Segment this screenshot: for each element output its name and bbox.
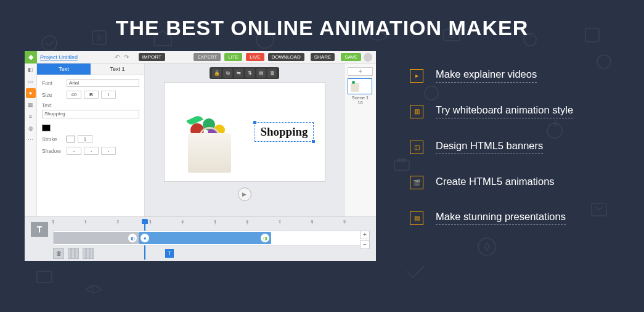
app-topbar: ◆ Project Untitled ↶ ↷ IMPORT EXPERT LIT…	[25, 51, 376, 64]
tool-rail: ◧ ▭ ● ▦ ≡ ◍ ⋯	[25, 64, 37, 216]
clip-1[interactable]: ◐	[54, 232, 139, 244]
obj-delete-icon[interactable]: 🗑	[53, 248, 64, 259]
font-select[interactable]: Arial	[67, 79, 139, 87]
banner-icon: ◫	[410, 141, 423, 154]
tick-label: 4	[181, 220, 184, 224]
canvas[interactable]: Shopping	[165, 83, 325, 181]
save-button[interactable]: SAVE	[341, 53, 361, 61]
ct-copy-icon[interactable]: ⧉	[223, 68, 232, 78]
mode-lite[interactable]: LITE	[224, 53, 242, 61]
tick-label: 2	[116, 220, 119, 224]
ct-lock-icon[interactable]: 🔒	[212, 68, 221, 78]
rail-tool-4[interactable]: ≡	[26, 112, 36, 121]
presentation-icon: ▤	[410, 211, 423, 225]
user-avatar[interactable]	[364, 53, 372, 62]
bold-toggle[interactable]: B	[84, 91, 99, 99]
ct-layer-icon[interactable]: ▤	[256, 68, 266, 78]
rail-tool-active[interactable]: ●	[26, 88, 36, 98]
feature-row: 🎬Create HTML5 animations	[410, 176, 619, 189]
keyframe-in-icon[interactable]: ●	[141, 234, 149, 242]
tick-label: 0	[52, 220, 54, 224]
whiteboard-icon: ▥	[410, 105, 423, 118]
stroke-width[interactable]: 1	[78, 135, 92, 143]
feature-row: ▸Make explainer videos	[410, 68, 619, 83]
scenes-panel: + Scene 110	[344, 64, 376, 216]
tab-text[interactable]: Text	[37, 64, 91, 75]
shadow-label: Shadow	[42, 148, 64, 154]
keyframe-icon[interactable]: ◐	[128, 234, 137, 242]
zoom-out-button[interactable]: −	[360, 240, 370, 249]
tick-label: 9	[343, 220, 346, 224]
playhead[interactable]	[142, 219, 148, 229]
feature-row: ▥Try whiteboard animation style	[410, 104, 619, 118]
rail-tool-2[interactable]: ▭	[26, 76, 36, 86]
play-box-icon: ▸	[410, 69, 423, 83]
svg-rect-8	[37, 271, 52, 282]
tick-label: 8	[311, 220, 313, 224]
feature-row: ▤Make stunning presentations	[410, 211, 619, 225]
rail-tool-5[interactable]: ◍	[26, 123, 36, 133]
import-button[interactable]: IMPORT	[139, 53, 165, 61]
tab-text-1[interactable]: Text 1	[91, 64, 144, 75]
fill-swatch[interactable]	[42, 125, 51, 131]
zoom-in-button[interactable]: +	[360, 231, 370, 239]
size-label: Size	[42, 92, 64, 98]
ct-flip-v-icon[interactable]: ⇅	[245, 68, 255, 78]
stroke-swatch[interactable]	[67, 136, 75, 142]
clapper-icon: 🎬	[410, 176, 423, 189]
live-badge: LIVE	[246, 53, 264, 61]
text-input[interactable]: Shopping	[42, 110, 139, 118]
size-input[interactable]: 40	[67, 91, 81, 99]
canvas-image-bag	[182, 113, 237, 173]
shadow-y[interactable]: -	[84, 147, 99, 155]
tick-label: 6	[246, 220, 248, 224]
feature-link: Create HTML5 animations	[436, 176, 555, 189]
feature-link[interactable]: Make stunning presentations	[436, 211, 566, 225]
mode-expert[interactable]: EXPERT	[194, 53, 221, 61]
timeline: T 0123456789 ◐ ● ◑ + − 🗑 T	[25, 216, 376, 261]
rail-tool-6[interactable]: ⋯	[26, 135, 36, 145]
scene-thumb-1[interactable]	[348, 78, 372, 94]
clip-2[interactable]: ● ◑	[139, 232, 271, 244]
download-button[interactable]: DOWNLOAD	[268, 53, 304, 61]
obj-image-icon[interactable]	[68, 248, 79, 259]
timeline-ruler[interactable]: 0123456789	[53, 221, 370, 229]
feature-link[interactable]: Design HTML5 banners	[436, 140, 543, 154]
add-scene-button[interactable]: +	[348, 67, 373, 76]
ct-flip-h-icon[interactable]: ⇋	[234, 68, 243, 78]
shadow-blur[interactable]: -	[101, 147, 116, 155]
feature-row: ◫Design HTML5 banners	[410, 140, 619, 154]
tick-label: 1	[84, 220, 87, 224]
share-button[interactable]: SHARE	[311, 53, 335, 61]
page-title: THE BEST ONLINE ANIMATION MAKER	[0, 0, 644, 51]
timeline-track-label: T	[31, 222, 48, 237]
rail-tool-3[interactable]: ▦	[26, 100, 36, 110]
tick-label: 7	[279, 220, 281, 224]
scene-time: 10	[357, 100, 362, 105]
app-logo: ◆	[25, 51, 37, 64]
feature-list: ▸Make explainer videos▥Try whiteboard an…	[410, 68, 619, 247]
stroke-label: Stroke	[42, 136, 64, 142]
tick-label: 3	[149, 220, 152, 224]
stage: 🔒 ⧉ ⇋ ⇅ ▤ 🗑 Shopping ▶	[145, 64, 344, 216]
timeline-text-chip[interactable]: T	[165, 249, 174, 258]
feature-link[interactable]: Make explainer videos	[436, 68, 537, 83]
properties-panel: Text Text 1 Font Arial Size 40 B I Text …	[37, 64, 145, 216]
play-button[interactable]: ▶	[238, 187, 251, 201]
text-label: Text	[42, 102, 139, 109]
font-label: Font	[42, 80, 64, 86]
keyframe-out-icon[interactable]: ◑	[261, 234, 269, 242]
timeline-objects: 🗑 T	[53, 248, 370, 259]
canvas-toolbar: 🔒 ⧉ ⇋ ⇅ ▤ 🗑	[210, 67, 279, 79]
feature-link[interactable]: Try whiteboard animation style	[436, 104, 573, 118]
ct-delete-icon[interactable]: 🗑	[267, 68, 277, 78]
project-name[interactable]: Project Untitled	[40, 54, 78, 60]
timeline-track[interactable]: ◐ ● ◑	[53, 231, 370, 245]
canvas-text-selected[interactable]: Shopping	[255, 122, 313, 142]
italic-toggle[interactable]: I	[101, 91, 116, 99]
tick-label: 5	[214, 220, 216, 224]
shadow-x[interactable]: -	[67, 147, 81, 155]
obj-image2-icon[interactable]	[83, 248, 94, 259]
rail-tool-1[interactable]: ◧	[26, 65, 36, 75]
undo-redo-icons[interactable]: ↶ ↷	[115, 54, 130, 60]
